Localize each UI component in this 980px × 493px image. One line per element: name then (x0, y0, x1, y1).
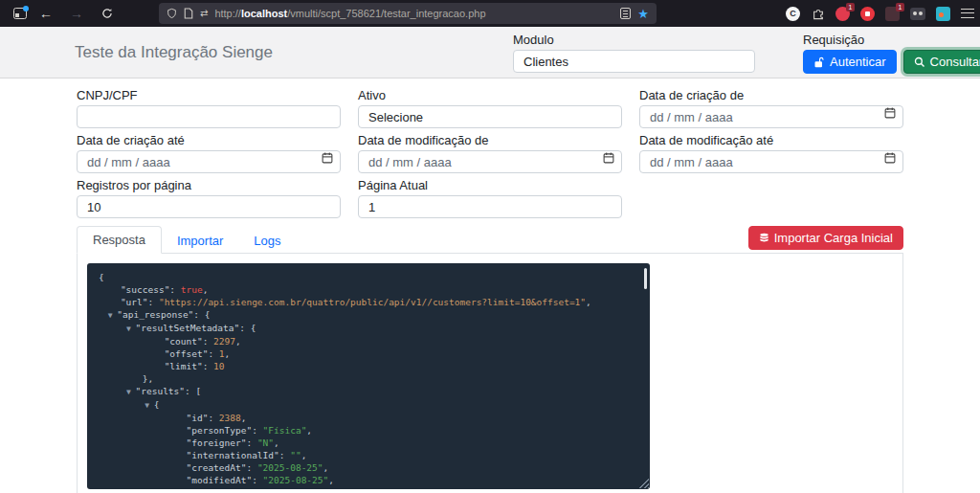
requisicao-group: Requisição Autenticar Consultar (803, 33, 980, 74)
criacao-de-input[interactable] (639, 105, 903, 128)
field-modificacao-ate: Data de modificação até (639, 133, 903, 173)
field-criacao-ate: Data de criação até (77, 133, 341, 173)
registros-input[interactable] (77, 195, 341, 218)
url-text: http://localhost/vmulti/scpt_758621/test… (214, 8, 613, 19)
extensions-puzzle-icon[interactable] (811, 7, 825, 21)
autenticar-label: Autenticar (830, 55, 886, 69)
json-line: { (99, 271, 638, 283)
resize-grip[interactable] (638, 478, 649, 488)
modulo-group: Modulo (513, 33, 755, 73)
reader-mode-icon[interactable] (620, 8, 631, 19)
tab-panel-resposta: { "success": true, "url": "https://api.s… (77, 254, 903, 493)
extension-red-badge-icon[interactable]: 1 (835, 7, 850, 21)
importar-carga-button[interactable]: Importar Carga Inicial (748, 226, 903, 250)
extension-teal-icon[interactable] (936, 7, 950, 21)
extension-badge-count: 1 (846, 3, 855, 11)
json-line: "limit": 10 (99, 360, 638, 372)
modificacao-ate-input[interactable] (639, 150, 903, 173)
extension-red-lock-icon[interactable] (860, 7, 875, 21)
shield-icon[interactable] (167, 8, 177, 19)
tab-bar: Resposta Importar Logs Importar Carga In… (77, 226, 903, 254)
back-button[interactable]: ← (34, 3, 57, 24)
json-line: ▼ "resultSetMetadata": { (99, 322, 638, 335)
criacao-de-label: Data de criação de (639, 88, 903, 102)
tab-importar[interactable]: Importar (162, 228, 238, 254)
registros-label: Registros por página (77, 178, 341, 192)
json-line: "internationalId": "", (99, 449, 638, 461)
url-bar[interactable]: ⇄ http://localhost/vmulti/scpt_758621/te… (159, 3, 657, 24)
autenticar-button[interactable]: Autenticar (803, 50, 897, 74)
calendar-icon[interactable] (884, 105, 896, 123)
results-section: Resposta Importar Logs Importar Carga In… (77, 226, 903, 493)
tab-resposta[interactable]: Resposta (77, 226, 162, 254)
json-line: }, (99, 372, 638, 385)
json-line: "success": true, (99, 283, 638, 296)
modulo-label: Modulo (513, 33, 755, 47)
field-cnpj: CNPJ/CPF (77, 88, 341, 128)
cnpj-input[interactable] (77, 105, 341, 128)
json-line: "url": "https://api.sienge.com.br/quattr… (99, 296, 638, 308)
json-line: ▼ "results": [ (99, 385, 638, 398)
forward-button[interactable]: → (65, 3, 88, 24)
field-modificacao-de: Data de modificação de (358, 133, 622, 173)
json-viewer[interactable]: { "success": true, "url": "https://api.s… (87, 263, 650, 489)
criacao-ate-input[interactable] (77, 150, 341, 173)
browser-chrome: ← → ⇄ http://localhost/vmulti/scpt_75862… (0, 0, 980, 27)
scrollbar-thumb[interactable] (644, 268, 647, 289)
modificacao-de-input[interactable] (358, 150, 622, 173)
calendar-icon[interactable] (603, 150, 614, 168)
criacao-ate-label: Data de criação até (77, 133, 341, 147)
filter-form: CNPJ/CPF Ativo Data de criação de Data d… (0, 78, 980, 218)
json-line: "createdAt": "2025-08-25", (99, 461, 638, 474)
bookmark-star-icon[interactable]: ★ (637, 8, 649, 20)
reload-button[interactable] (96, 3, 119, 24)
json-line: "personType": "Física", (99, 424, 638, 437)
json-line: "foreigner": "N", (99, 437, 638, 449)
json-line: "count": 2297, (99, 335, 638, 347)
pagina-input[interactable] (358, 195, 622, 218)
ativo-select[interactable] (358, 105, 622, 128)
json-line: "issuingBody": "SSP - SP", (99, 486, 638, 489)
modificacao-de-label: Data de modificação de (358, 133, 622, 147)
importar-carga-label: Importar Carga Inicial (774, 231, 893, 245)
tab-logs[interactable]: Logs (238, 228, 296, 254)
requisicao-label: Requisição (803, 33, 980, 47)
modulo-select[interactable] (513, 50, 755, 73)
extension-c-icon[interactable]: C (786, 7, 800, 21)
field-criacao-de: Data de criação de (639, 88, 903, 128)
extension-binoculars-icon[interactable] (910, 8, 925, 20)
unlock-icon (813, 56, 825, 68)
pagina-label: Página Atual (358, 178, 622, 192)
consultar-label: Consultar (930, 55, 980, 69)
consultar-button[interactable]: Consultar (903, 50, 980, 74)
page-info-icon[interactable] (184, 8, 193, 19)
field-registros: Registros por página (77, 178, 341, 218)
ativo-label: Ativo (358, 88, 622, 102)
cnpj-label: CNPJ/CPF (77, 88, 341, 102)
permissions-icon[interactable]: ⇄ (200, 9, 208, 18)
menu-button[interactable] (961, 9, 974, 18)
calendar-icon[interactable] (884, 150, 896, 168)
json-line: ▼ "api_response": { (99, 308, 638, 322)
reload-icon (101, 8, 113, 19)
calendar-icon[interactable] (322, 150, 333, 168)
json-line: ▼ { (99, 398, 638, 412)
page: Teste da Integração Sienge Modulo Requis… (0, 27, 980, 493)
firefox-view-icon[interactable] (13, 8, 27, 19)
json-line: "modifiedAt": "2025-08-25", (99, 474, 638, 486)
search-icon (914, 56, 925, 68)
notification-dot (23, 6, 29, 11)
json-line: "id": 2388, (99, 412, 638, 424)
extension-toolbar: C 1 1 (786, 0, 974, 27)
modificacao-ate-label: Data de modificação até (639, 133, 903, 147)
extension-dark-badge-icon[interactable]: 1 (885, 7, 900, 21)
page-header: Teste da Integração Sienge Modulo Requis… (0, 27, 980, 78)
field-ativo: Ativo (358, 88, 622, 128)
database-icon (759, 233, 769, 244)
json-viewer-code: { "success": true, "url": "https://api.s… (99, 271, 638, 489)
extension-badge-count-2: 1 (896, 3, 904, 11)
field-pagina: Página Atual (358, 178, 622, 218)
page-title: Teste da Integração Sienge (75, 43, 273, 62)
json-line: "offset": 1, (99, 347, 638, 360)
